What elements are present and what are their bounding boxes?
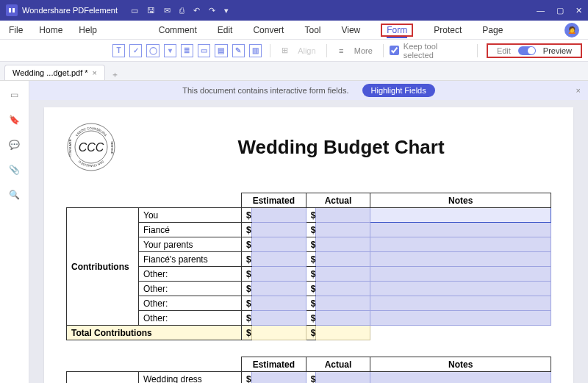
open-icon[interactable]: ▭ <box>131 6 138 15</box>
edit-preview-toggle-group: Edit Preview <box>487 43 582 58</box>
total-est-field[interactable] <box>251 326 306 340</box>
align-icon[interactable]: ⊞ <box>279 44 291 57</box>
est-field[interactable] <box>251 237 306 252</box>
quick-access-toolbar: ▭ 🖫 ✉ ⎙ ↶ ↷ ▾ <box>131 6 229 15</box>
dropdown-icon[interactable]: ▾ <box>224 6 229 15</box>
act-field[interactable] <box>316 252 370 267</box>
row-label: You <box>139 208 242 223</box>
svg-text:CCC: CCC <box>79 141 104 154</box>
menu-tool[interactable]: Tool <box>304 24 320 37</box>
est-field[interactable] <box>251 296 306 311</box>
checkbox-field-icon[interactable]: ✓ <box>129 44 142 57</box>
notes-field[interactable] <box>370 372 551 384</box>
act-field[interactable] <box>316 296 370 311</box>
close-tab-icon[interactable]: × <box>93 68 97 77</box>
notes-field[interactable] <box>370 237 551 252</box>
row-label: Other: <box>139 282 242 296</box>
col-estimated: Estimated <box>242 193 306 208</box>
row-label: Fiancé's parents <box>139 252 242 267</box>
est-field[interactable] <box>251 282 306 296</box>
second-table: Estimated Actual Notes Wedding dress$$ <box>66 357 551 383</box>
total-act-field[interactable] <box>316 326 370 340</box>
document-tab[interactable]: Wedding ...dget.pdf * × <box>4 65 105 80</box>
act-field[interactable] <box>316 311 370 326</box>
notes-field[interactable] <box>370 208 551 223</box>
mail-icon[interactable]: ✉ <box>164 6 171 15</box>
act-field[interactable] <box>316 223 370 237</box>
menu-home[interactable]: Home <box>39 24 62 37</box>
app-logo-icon <box>6 4 18 16</box>
row-label: Other: <box>139 311 242 326</box>
menu-file[interactable]: File <box>9 24 23 37</box>
act-field[interactable] <box>316 267 370 282</box>
highlight-fields-button[interactable]: Highlight Fields <box>362 84 435 97</box>
notes-field[interactable] <box>370 282 551 296</box>
radio-field-icon[interactable]: ◯ <box>146 44 159 57</box>
search-icon[interactable]: 🔍 <box>9 190 20 200</box>
combo-field-icon[interactable]: ▾ <box>164 44 176 57</box>
act-field[interactable] <box>316 208 370 223</box>
infobar-close-icon[interactable]: × <box>576 86 581 95</box>
undo-icon[interactable]: ↶ <box>193 6 200 15</box>
user-avatar-icon[interactable]: 🙍 <box>564 23 579 37</box>
notes-field[interactable] <box>370 223 551 237</box>
notes-field[interactable] <box>370 252 551 267</box>
col-actual: Actual <box>306 357 370 372</box>
thumbnails-icon[interactable]: ▭ <box>10 90 18 100</box>
bookmarks-icon[interactable]: 🔖 <box>9 115 20 125</box>
notes-field[interactable] <box>370 267 551 282</box>
menu-edit[interactable]: Edit <box>218 24 233 37</box>
category-label: Contributions <box>67 208 139 326</box>
svg-text:CONSUMER: CONSUMER <box>68 139 72 156</box>
est-field[interactable] <box>251 223 306 237</box>
edit-mode-label[interactable]: Edit <box>497 46 511 55</box>
button-field-icon[interactable]: ▭ <box>198 44 210 57</box>
act-field[interactable] <box>316 372 370 384</box>
redo-icon[interactable]: ↷ <box>209 6 215 15</box>
more-label[interactable]: More <box>354 46 373 55</box>
new-tab-icon[interactable]: ＋ <box>111 69 119 80</box>
col-notes: Notes <box>370 193 551 208</box>
text-field-icon[interactable]: T <box>112 44 125 57</box>
menu-protect[interactable]: Protect <box>434 24 462 37</box>
notes-field[interactable] <box>370 311 551 326</box>
save-icon[interactable]: 🖫 <box>147 6 155 15</box>
est-field[interactable] <box>251 252 306 267</box>
more-icon[interactable]: ≡ <box>335 44 348 57</box>
document-canvas: This document contains interactive form … <box>29 81 588 383</box>
infobar-message: This document contains interactive form … <box>182 86 348 95</box>
menu-form[interactable]: Form <box>387 24 407 38</box>
menu-page[interactable]: Page <box>482 24 503 37</box>
preview-mode-label[interactable]: Preview <box>543 46 572 55</box>
comments-icon[interactable]: 💬 <box>9 140 20 150</box>
act-field[interactable] <box>316 282 370 296</box>
document-tabs: Wedding ...dget.pdf * × ＋ <box>0 62 588 81</box>
est-field[interactable] <box>251 311 306 326</box>
attachments-icon[interactable]: 📎 <box>9 165 20 175</box>
maximize-icon[interactable]: ▢ <box>556 6 564 15</box>
window-controls: — ▢ ✕ <box>537 6 582 15</box>
list-field-icon[interactable]: ≣ <box>181 44 193 57</box>
close-icon[interactable]: ✕ <box>576 6 582 15</box>
image-field-icon[interactable]: ▤ <box>215 44 227 57</box>
act-field[interactable] <box>316 237 370 252</box>
menu-comment[interactable]: Comment <box>159 24 197 37</box>
col-notes: Notes <box>370 357 551 372</box>
date-field-icon[interactable]: ▥ <box>249 44 262 57</box>
keep-tool-checkbox[interactable] <box>390 46 399 55</box>
title-bar: Wondershare PDFelement ▭ 🖫 ✉ ⎙ ↶ ↷ ▾ — ▢… <box>0 0 588 21</box>
notes-field[interactable] <box>370 296 551 311</box>
print-icon[interactable]: ⎙ <box>179 6 184 15</box>
est-field[interactable] <box>251 208 306 223</box>
workspace: ▭ 🔖 💬 📎 🔍 This document contains interac… <box>0 81 588 383</box>
minimize-icon[interactable]: — <box>537 6 545 15</box>
svg-text:SAN FRANCISCO: SAN FRANCISCO <box>77 160 104 168</box>
menu-convert[interactable]: Convert <box>253 24 284 37</box>
menu-view[interactable]: View <box>341 24 360 37</box>
signature-field-icon[interactable]: ✎ <box>232 44 245 57</box>
mode-toggle[interactable] <box>518 46 536 55</box>
est-field[interactable] <box>251 267 306 282</box>
est-field[interactable] <box>251 372 306 384</box>
tab-label: Wedding ...dget.pdf * <box>12 68 88 77</box>
menu-help[interactable]: Help <box>79 24 97 37</box>
